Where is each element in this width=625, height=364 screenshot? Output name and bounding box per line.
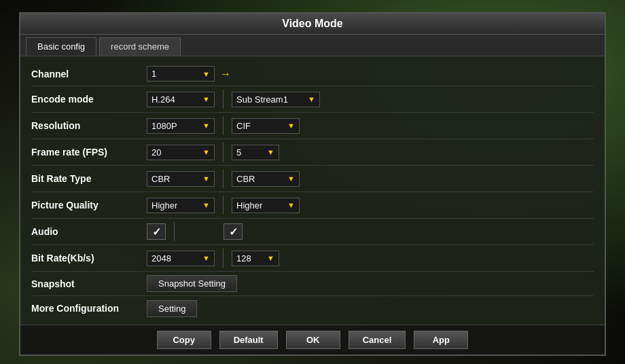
- resolution-arrow: ▼: [198, 122, 210, 130]
- encode-mode-row: Encode mode H.264 ▼ Sub Stream1 ▼: [31, 86, 594, 113]
- encode-mode-main-dropdown[interactable]: H.264 ▼: [147, 92, 215, 107]
- bit-rate-sub-dropdown[interactable]: 128 ▼: [232, 251, 279, 266]
- encode-mode-arrow: ▼: [198, 95, 210, 103]
- divider7: [223, 249, 224, 268]
- snapshot-setting-button[interactable]: Snapshot Setting: [147, 275, 237, 292]
- resolution-controls: 1080P ▼ CIF ▼: [147, 116, 594, 135]
- more-config-setting-button[interactable]: Setting: [147, 300, 197, 317]
- copy-button[interactable]: Copy: [157, 331, 211, 349]
- snapshot-row: Snapshot Snapshot Setting: [31, 272, 594, 296]
- divider4: [223, 169, 224, 188]
- audio-main-check: ✓: [152, 225, 161, 238]
- resolution-row: Resolution 1080P ▼ CIF ▼: [31, 113, 594, 139]
- bit-rate-type-arrow: ▼: [198, 175, 210, 183]
- divider5: [223, 196, 224, 215]
- snapshot-label: Snapshot: [31, 278, 147, 289]
- picture-quality-arrow: ▼: [198, 201, 210, 209]
- channel-arrow: ▼: [198, 70, 210, 78]
- channel-indicator: →: [220, 68, 231, 80]
- bit-rate-type-controls: CBR ▼ CBR ▼: [147, 169, 594, 188]
- resolution-label: Resolution: [31, 120, 147, 131]
- encode-mode-label: Encode mode: [31, 94, 147, 105]
- dialog-title: Video Mode: [20, 14, 605, 35]
- encode-mode-sub-dropdown[interactable]: Sub Stream1 ▼: [232, 92, 320, 107]
- tab-basic-config[interactable]: Basic config: [26, 37, 96, 56]
- frame-rate-sub-arrow: ▼: [263, 148, 274, 156]
- frame-rate-sub-dropdown[interactable]: 5 ▼: [232, 145, 279, 160]
- resolution-sub-arrow: ▼: [283, 122, 295, 130]
- snapshot-controls: Snapshot Setting: [147, 275, 594, 292]
- form-content: Channel 1 ▼ → Encode mode H.264 ▼ Sub St…: [20, 56, 605, 326]
- more-config-row: More Configuration Setting: [31, 296, 594, 321]
- frame-rate-label: Frame rate (FPS): [31, 147, 147, 158]
- channel-row: Channel 1 ▼ →: [31, 62, 594, 86]
- audio-main-checkbox[interactable]: ✓: [147, 223, 166, 240]
- bit-rate-type-sub-arrow: ▼: [283, 175, 295, 183]
- picture-quality-sub-dropdown[interactable]: Higher ▼: [232, 198, 300, 213]
- picture-quality-controls: Higher ▼ Higher ▼: [147, 196, 594, 215]
- audio-sub-check: ✓: [229, 225, 238, 238]
- more-config-label: More Configuration: [31, 303, 147, 314]
- divider2: [223, 116, 224, 135]
- frame-rate-main-dropdown[interactable]: 20 ▼: [147, 145, 215, 160]
- ok-button[interactable]: OK: [286, 331, 340, 349]
- divider6: [174, 222, 175, 241]
- bit-rate-row: Bit Rate(Kb/s) 2048 ▼ 128 ▼: [31, 245, 594, 272]
- default-button[interactable]: Default: [219, 331, 278, 349]
- audio-label: Audio: [31, 226, 147, 237]
- cancel-button[interactable]: Cancel: [349, 331, 406, 349]
- divider3: [223, 143, 224, 162]
- frame-rate-arrow: ▼: [198, 148, 210, 156]
- bit-rate-type-main-dropdown[interactable]: CBR ▼: [147, 171, 215, 187]
- more-config-controls: Setting: [147, 300, 594, 317]
- action-bar: Copy Default OK Cancel App: [20, 325, 605, 354]
- audio-controls: ✓ ✓: [147, 222, 594, 241]
- bit-rate-sub-arrow: ▼: [263, 254, 274, 262]
- title-text: Video Mode: [282, 18, 343, 29]
- channel-dropdown[interactable]: 1 ▼: [147, 66, 215, 81]
- encode-mode-sub-arrow: ▼: [304, 95, 315, 103]
- frame-rate-row: Frame rate (FPS) 20 ▼ 5 ▼: [31, 139, 594, 166]
- encode-mode-controls: H.264 ▼ Sub Stream1 ▼: [147, 90, 594, 109]
- resolution-sub-dropdown[interactable]: CIF ▼: [232, 118, 300, 134]
- channel-controls: 1 ▼ →: [147, 66, 594, 81]
- picture-quality-main-dropdown[interactable]: Higher ▼: [147, 198, 215, 213]
- tab-record-scheme[interactable]: record scheme: [99, 37, 181, 56]
- frame-rate-controls: 20 ▼ 5 ▼: [147, 143, 594, 162]
- bit-rate-type-label: Bit Rate Type: [31, 173, 147, 184]
- bit-rate-main-dropdown[interactable]: 2048 ▼: [147, 251, 215, 266]
- resolution-main-dropdown[interactable]: 1080P ▼: [147, 118, 215, 134]
- picture-quality-label: Picture Quality: [31, 200, 147, 211]
- bit-rate-label: Bit Rate(Kb/s): [31, 253, 147, 263]
- bit-rate-arrow: ▼: [198, 254, 210, 262]
- audio-row: Audio ✓ ✓: [31, 219, 594, 245]
- bit-rate-type-row: Bit Rate Type CBR ▼ CBR ▼: [31, 166, 594, 192]
- bit-rate-controls: 2048 ▼ 128 ▼: [147, 249, 594, 268]
- tab-row: Basic config record scheme: [20, 35, 605, 56]
- video-mode-dialog: Video Mode Basic config record scheme Ch…: [19, 12, 606, 356]
- app-button[interactable]: App: [414, 331, 468, 349]
- channel-label: Channel: [31, 69, 147, 79]
- bit-rate-type-sub-dropdown[interactable]: CBR ▼: [232, 171, 300, 187]
- audio-sub-checkbox[interactable]: ✓: [224, 223, 243, 240]
- picture-quality-sub-arrow: ▼: [283, 201, 295, 209]
- divider: [223, 90, 224, 109]
- picture-quality-row: Picture Quality Higher ▼ Higher ▼: [31, 192, 594, 219]
